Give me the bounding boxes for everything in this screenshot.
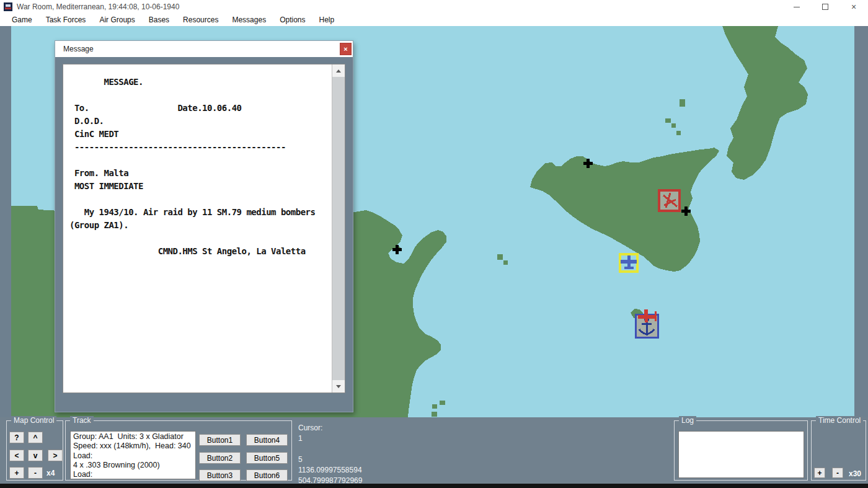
track-button3[interactable]: Button3 bbox=[199, 469, 241, 481]
maximize-button[interactable] bbox=[811, 0, 839, 14]
dialog-title: Message bbox=[63, 41, 94, 57]
time-slower-button[interactable]: - bbox=[832, 468, 843, 478]
minimize-icon bbox=[794, 7, 800, 7]
menu-air-groups[interactable]: Air Groups bbox=[92, 14, 141, 26]
menu-game[interactable]: Game bbox=[5, 14, 39, 26]
time-control-group: Time Control + - x30 bbox=[811, 420, 866, 481]
air-group-marker-selected[interactable] bbox=[620, 254, 637, 272]
map-pan-up-button[interactable]: ^ bbox=[28, 432, 43, 443]
app-icon bbox=[4, 2, 12, 11]
menu-task-forces[interactable]: Task Forces bbox=[39, 14, 93, 26]
island-egadi-2 bbox=[503, 260, 508, 265]
log-box bbox=[678, 431, 804, 478]
log-label: Log bbox=[679, 416, 696, 425]
track-group: Track Group: AA1 Units: 3 x Gladiator Sp… bbox=[65, 420, 292, 481]
time-control-label: Time Control bbox=[816, 416, 863, 425]
track-button6[interactable]: Button6 bbox=[246, 469, 288, 481]
message-scrollbar[interactable] bbox=[332, 64, 345, 393]
airfield-marker-sicily[interactable] bbox=[659, 190, 680, 211]
log-group: Log bbox=[674, 420, 808, 481]
map-control-group: Map Control ? ^ < v > + - x4 bbox=[6, 420, 63, 481]
track-button2[interactable]: Button2 bbox=[199, 452, 241, 464]
island-egadi-1 bbox=[497, 254, 503, 260]
menu-resources[interactable]: Resources bbox=[176, 14, 225, 26]
close-icon: × bbox=[851, 2, 856, 11]
island-aeolian-2 bbox=[665, 118, 671, 123]
menu-messages[interactable]: Messages bbox=[225, 14, 273, 26]
scroll-down-button[interactable] bbox=[332, 380, 345, 393]
time-faster-button[interactable]: + bbox=[814, 468, 825, 478]
map-pan-right-button[interactable]: > bbox=[48, 450, 63, 461]
dialog-close-button[interactable]: × bbox=[340, 43, 352, 55]
cursor-readout: Cursor: 1 5 1136.09997558594 504.7999877… bbox=[298, 423, 362, 486]
map-help-button[interactable]: ? bbox=[9, 432, 24, 443]
track-info-text: Group: AA1 Units: 3 x Gladiator Speed: x… bbox=[71, 432, 195, 479]
scroll-up-icon bbox=[336, 69, 341, 73]
dialog-titlebar[interactable]: Message × bbox=[55, 41, 353, 57]
close-button[interactable]: × bbox=[839, 0, 868, 14]
menu-help[interactable]: Help bbox=[312, 14, 342, 26]
island-kerkennah-2 bbox=[432, 404, 437, 409]
naval-base-malta[interactable] bbox=[636, 309, 658, 337]
scroll-up-button[interactable] bbox=[332, 64, 345, 77]
menu-bar: Game Task Forces Air Groups Bases Resour… bbox=[0, 14, 868, 26]
scroll-down-icon bbox=[336, 385, 341, 388]
restore-icon bbox=[822, 4, 828, 10]
map-pan-down-button[interactable]: v bbox=[28, 450, 43, 461]
island-kerkennah-1 bbox=[440, 401, 445, 405]
island-aeolian-4 bbox=[676, 131, 681, 135]
taskbar-strip bbox=[0, 484, 868, 488]
track-info-box: Group: AA1 Units: 3 x Gladiator Speed: x… bbox=[70, 431, 196, 479]
track-button4[interactable]: Button4 bbox=[246, 434, 288, 446]
message-dialog: Message × MESSAGE. To. Date.10.06.40 D.O… bbox=[55, 40, 353, 412]
map-zoom-factor: x4 bbox=[46, 469, 55, 477]
window-controls: × bbox=[782, 0, 868, 14]
map-control-label: Map Control bbox=[11, 416, 56, 425]
window-title: War Room, Mediterranean, 19:44:08, 10-06… bbox=[17, 0, 179, 14]
time-rate: x30 bbox=[849, 469, 861, 478]
message-text: MESSAGE. To. Date.10.06.40 D.O.D. CinC M… bbox=[63, 64, 332, 393]
minimize-button[interactable] bbox=[782, 0, 811, 14]
map-zoom-out-button[interactable]: - bbox=[28, 467, 43, 479]
track-button5[interactable]: Button5 bbox=[246, 452, 288, 464]
island-aeolian-3 bbox=[671, 123, 676, 128]
menu-options[interactable]: Options bbox=[273, 14, 312, 26]
message-body: MESSAGE. To. Date.10.06.40 D.O.D. CinC M… bbox=[63, 64, 345, 393]
track-label: Track bbox=[70, 416, 94, 425]
island-aeolian-1 bbox=[680, 99, 685, 107]
map-pan-left-button[interactable]: < bbox=[9, 450, 24, 461]
control-panel: Map Control ? ^ < v > + - x4 Track Group… bbox=[0, 417, 868, 484]
track-button1[interactable]: Button1 bbox=[199, 434, 241, 446]
map-zoom-in-button[interactable]: + bbox=[9, 467, 24, 479]
window-titlebar: War Room, Mediterranean, 19:44:08, 10-06… bbox=[0, 0, 868, 14]
menu-bases[interactable]: Bases bbox=[142, 14, 176, 26]
island-kerkennah-3 bbox=[432, 412, 437, 417]
